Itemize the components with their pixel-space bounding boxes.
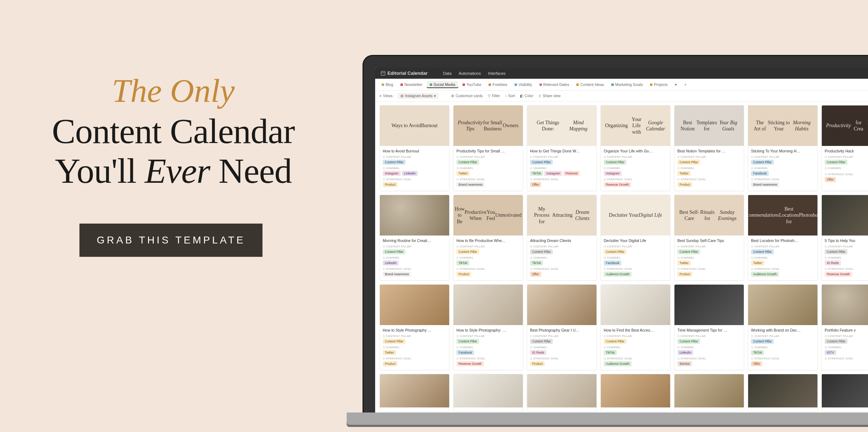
content-card[interactable] xyxy=(527,374,597,411)
content-card[interactable] xyxy=(748,374,818,411)
grab-template-button[interactable]: GRAB THIS TEMPLATE xyxy=(79,224,262,257)
tab-projects[interactable]: Projects xyxy=(647,81,670,88)
color-button[interactable]: ◧ Color xyxy=(520,94,533,98)
tab-more[interactable]: ▾ xyxy=(672,81,680,88)
content-card[interactable]: Best NotionTemplates forYour Big GoalsBe… xyxy=(674,105,744,191)
tag: Brand Awareness xyxy=(456,182,485,187)
content-card[interactable]: How to BeProductive WhenYou FeelUnmotiva… xyxy=(453,195,523,281)
content-card[interactable]: RecommendationsBest Locations forPhotosh… xyxy=(748,195,818,281)
property-label: ◇ CHANNEL xyxy=(530,167,594,170)
property-label: ◇ STRATEGIC GOAL xyxy=(825,267,868,271)
thumb-text-line: Mind Mapping xyxy=(565,120,592,132)
card-body xyxy=(453,407,523,411)
tag-row: Revenue Growth xyxy=(604,182,667,187)
tag-row: Product xyxy=(383,182,446,187)
tab-youtube[interactable]: YouTube xyxy=(460,81,484,88)
tab-add[interactable]: + xyxy=(681,81,689,88)
tag-row: Twitter xyxy=(677,171,741,176)
tab-social-media[interactable]: Social Media xyxy=(427,81,458,88)
view-selector-label: Instagram Assets xyxy=(405,94,433,98)
header-meta[interactable]: Data xyxy=(443,71,451,75)
card-thumbnail: Productivityfor CreaBusiness O xyxy=(822,105,868,146)
thumb-text-line: Templates for xyxy=(696,120,717,132)
property-label: ◇ CHANNEL xyxy=(677,167,741,170)
content-card[interactable]: Time Management Tips for …◇ CONTENT PILL… xyxy=(674,284,744,370)
tag: Twitter xyxy=(383,350,396,355)
calendar-icon xyxy=(381,71,385,75)
content-card[interactable]: Morning Routine for Creati…◇ CONTENT PIL… xyxy=(379,195,450,281)
content-card[interactable] xyxy=(821,374,868,411)
tab-newsletter[interactable]: Newsletter xyxy=(398,81,425,88)
tab-label: Social Media xyxy=(434,82,455,87)
tab-label: Blog xyxy=(386,82,393,87)
content-card[interactable]: Working with Brand on Dec…◇ CONTENT PILL… xyxy=(748,284,818,370)
content-card[interactable]: The Art ofSticking to YourMorning Habits… xyxy=(748,105,818,191)
sort-label: Sort xyxy=(508,94,515,98)
card-title: Working with Brand on Dec… xyxy=(751,328,815,332)
tag-row: Content Pillar xyxy=(383,160,446,165)
thumb-text-line: Rituals for xyxy=(700,209,715,222)
property-label: ◇ CHANNEL xyxy=(751,256,815,259)
content-card[interactable]: Get Things Done:Mind MappingHow to Get T… xyxy=(527,105,597,191)
content-card[interactable] xyxy=(379,374,450,411)
customize-button[interactable]: ⚙ Customize cards xyxy=(451,94,482,98)
property-label: ◇ STRATEGIC GOAL xyxy=(530,178,594,181)
views-button[interactable]: ≡ Views xyxy=(379,94,392,98)
property-label: ◇ CONTENT PILLAR xyxy=(383,155,446,159)
tag-row: Content Pillar xyxy=(456,160,520,165)
card-title: How to Style Photography … xyxy=(383,328,446,332)
content-card[interactable]: Best Self-CareRituals forSunday Evenings… xyxy=(674,195,744,281)
share-button[interactable]: ⇪ Share view xyxy=(538,94,560,98)
card-thumbnail: The Art ofSticking to YourMorning Habits xyxy=(748,105,817,146)
sort-button[interactable]: ↕ Sort xyxy=(505,94,515,98)
tab-freebies[interactable]: Freebies xyxy=(486,81,510,88)
tab-visibility[interactable]: Visibility xyxy=(512,81,535,88)
tag: TikTok xyxy=(604,350,617,355)
tab-relevant-dates[interactable]: Relevant Dates xyxy=(537,81,572,88)
card-title: How to Get Things Done W… xyxy=(530,149,594,153)
tab-content-ideas[interactable]: Content Ideas xyxy=(573,81,607,88)
card-body: How to Style Photography …◇ CONTENT PILL… xyxy=(380,325,449,370)
content-card[interactable]: How to Find the Best Acces…◇ CONTENT PIL… xyxy=(600,284,670,370)
property-label: ◇ STRATEGIC GOAL xyxy=(456,178,520,181)
tag-row: Content Pillar xyxy=(456,249,520,254)
card-thumbnail xyxy=(527,374,596,407)
tab-color-icon xyxy=(489,83,491,86)
view-selector[interactable]: ⊞ Instagram Assets ▾ xyxy=(398,93,439,99)
content-card[interactable]: How to Style Photography …◇ CONTENT PILL… xyxy=(379,284,450,370)
property-label: ◇ CHANNEL xyxy=(604,346,667,349)
content-card[interactable]: Portfolio Feature v◇ CONTENT PILLARConte… xyxy=(821,284,868,370)
tag-row: Content Pillar xyxy=(825,249,868,254)
header-meta[interactable]: Interfaces xyxy=(488,71,505,75)
content-card[interactable]: How to Style Photography: …◇ CONTENT PIL… xyxy=(453,284,523,370)
tag-row: Twitter xyxy=(456,171,520,176)
content-card[interactable]: 5 Tips to Help You◇ CONTENT PILLARConten… xyxy=(821,195,868,281)
content-card[interactable]: Ways to AvoidBurnoutHow to Avoid Burnout… xyxy=(379,105,450,191)
content-card[interactable]: Best Photography Gear I U…◇ CONTENT PILL… xyxy=(527,284,597,370)
filter-button[interactable]: ▽ Filter xyxy=(488,94,500,98)
property-label: ◇ STRATEGIC GOAL xyxy=(383,267,446,271)
property-label: ◇ STRATEGIC GOAL xyxy=(677,178,741,181)
content-card[interactable]: Productivityfor CreaBusiness OProductivi… xyxy=(821,105,868,191)
content-card[interactable] xyxy=(600,374,670,411)
content-card[interactable] xyxy=(674,374,744,411)
tab-label: Content Ideas xyxy=(580,82,604,87)
content-card[interactable] xyxy=(453,374,523,411)
card-thumbnail xyxy=(527,285,596,325)
tab-blog[interactable]: Blog xyxy=(379,81,396,88)
card-thumbnail xyxy=(674,374,744,407)
tag: Content Pillar xyxy=(383,249,405,254)
content-card[interactable]: Productivity Tipsfor Small BusinessOwner… xyxy=(453,105,523,191)
card-thumbnail xyxy=(748,285,817,325)
tag-row: Content Pillar xyxy=(677,249,741,254)
tab-marketing-goals[interactable]: Marketing Goals xyxy=(608,81,646,88)
tag-row: Revenue Growth xyxy=(825,272,868,277)
content-card[interactable]: My Process forAttractingDream ClientsAtt… xyxy=(527,195,597,281)
thumb-text-line: The Art of xyxy=(752,120,767,132)
tag: Content Pillar xyxy=(530,249,553,254)
header-meta[interactable]: Automations xyxy=(459,71,481,75)
content-card[interactable]: OrganizingYour Life withGoogle CalendarO… xyxy=(600,105,670,191)
thumb-text-line: Business O xyxy=(866,120,868,132)
content-card[interactable]: Declutter YourDigital LifeDeclutter Your… xyxy=(600,195,670,281)
property-label: ◇ CONTENT PILLAR xyxy=(751,334,815,338)
